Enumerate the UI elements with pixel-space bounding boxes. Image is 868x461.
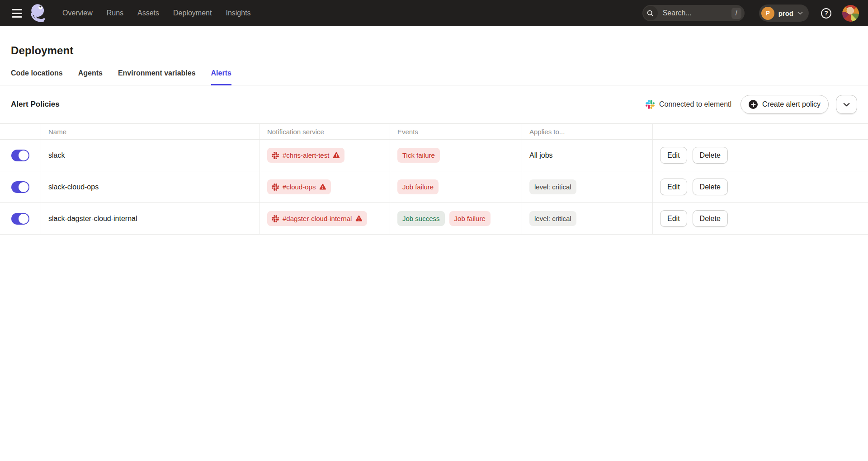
event-pill: Tick failure	[397, 148, 440, 163]
policy-name: slack-cloud-ops	[48, 183, 99, 191]
applies-to-pill: level: critical	[529, 211, 576, 226]
alert-policy-more-options-button[interactable]	[836, 95, 857, 114]
help-icon[interactable]: ?	[820, 7, 832, 19]
plus-icon	[749, 100, 758, 109]
tab-alerts[interactable]: Alerts	[211, 69, 231, 85]
delete-button[interactable]: Delete	[693, 147, 728, 164]
slack-connected-status: Connected to elementl	[646, 100, 731, 109]
top-navigation-bar: Overview Runs Assets Deployment Insights…	[0, 0, 868, 26]
edit-button[interactable]: Edit	[660, 147, 687, 164]
slack-icon	[272, 215, 279, 222]
create-alert-policy-button[interactable]: Create alert policy	[741, 95, 829, 114]
chevron-down-icon	[843, 103, 850, 107]
policy-enabled-toggle[interactable]	[11, 181, 29, 193]
event-pill: Job failure	[397, 179, 439, 194]
tab-environment-variables[interactable]: Environment variables	[118, 69, 196, 85]
svg-text:?: ?	[824, 9, 828, 17]
page-header: Deployment	[0, 26, 868, 57]
search-input[interactable]: Search... /	[642, 5, 745, 21]
slack-channel: #dagster-cloud-internal	[283, 215, 352, 222]
applies-to-value: All jobs	[529, 151, 553, 160]
notification-service-badge: #dagster-cloud-internal	[267, 211, 367, 226]
page-title: Deployment	[11, 44, 857, 57]
slack-icon	[272, 152, 279, 159]
warning-icon[interactable]	[355, 215, 363, 222]
deployment-tabs: Code locations Agents Environment variab…	[0, 69, 868, 85]
alert-policies-heading: Alert Policies	[11, 100, 60, 109]
search-shortcut-key: /	[731, 8, 741, 19]
hamburger-menu-icon[interactable]	[12, 9, 22, 18]
deployment-switcher-label: prod	[778, 9, 793, 17]
edit-button[interactable]: Edit	[660, 210, 687, 227]
policy-name: slack	[48, 151, 65, 160]
search-icon	[643, 6, 658, 20]
warning-icon[interactable]	[333, 152, 340, 159]
slack-icon	[272, 183, 279, 191]
header-events: Events	[390, 124, 522, 139]
dagster-logo-icon[interactable]	[29, 3, 50, 24]
applies-to-pill: level: critical	[529, 179, 576, 194]
table-row: slack-dagster-cloud-internal #dagster-cl…	[0, 203, 868, 235]
header-actions	[653, 124, 868, 139]
header-toggle	[0, 124, 41, 139]
nav-item-overview[interactable]: Overview	[62, 9, 93, 17]
alert-policies-toolbar: Alert Policies Connected to elementl Cre…	[0, 85, 868, 123]
table-header-row: Name Notification service Events Applies…	[0, 124, 868, 140]
delete-button[interactable]: Delete	[693, 179, 728, 195]
chevron-down-icon	[797, 11, 803, 15]
slack-connected-text: Connected to elementl	[659, 100, 731, 108]
header-name: Name	[41, 124, 260, 139]
nav-item-runs[interactable]: Runs	[107, 9, 123, 17]
delete-button[interactable]: Delete	[693, 210, 728, 227]
slack-channel: #chris-alert-test	[283, 151, 329, 159]
nav-item-deployment[interactable]: Deployment	[173, 9, 212, 17]
main-nav: Overview Runs Assets Deployment Insights	[62, 9, 251, 17]
header-notification-service: Notification service	[260, 124, 390, 139]
slack-channel: #cloud-ops	[283, 183, 316, 191]
edit-button[interactable]: Edit	[660, 179, 687, 195]
notification-service-badge: #chris-alert-test	[267, 148, 344, 163]
policy-enabled-toggle[interactable]	[11, 213, 29, 225]
table-row: slack-cloud-ops #cloud-ops Job failure l…	[0, 171, 868, 203]
policy-name: slack-dagster-cloud-internal	[48, 215, 137, 223]
notification-service-badge: #cloud-ops	[267, 179, 331, 194]
slack-icon	[646, 100, 655, 109]
event-pill: Job success	[397, 211, 445, 226]
alert-policies-table: Name Notification service Events Applies…	[0, 123, 868, 235]
deployment-switcher[interactable]: P prod	[759, 5, 809, 22]
nav-item-assets[interactable]: Assets	[137, 9, 159, 17]
policy-enabled-toggle[interactable]	[11, 150, 29, 161]
warning-icon[interactable]	[319, 183, 326, 190]
header-applies-to: Applies to...	[522, 124, 653, 139]
user-avatar[interactable]	[842, 5, 859, 22]
deployment-initial-badge: P	[761, 7, 774, 20]
tab-agents[interactable]: Agents	[78, 69, 103, 85]
table-row: slack #chris-alert-test Tick failure All…	[0, 140, 868, 171]
nav-item-insights[interactable]: Insights	[226, 9, 250, 17]
tab-code-locations[interactable]: Code locations	[11, 69, 63, 85]
event-pill: Job failure	[449, 211, 491, 226]
search-placeholder: Search...	[663, 9, 726, 17]
